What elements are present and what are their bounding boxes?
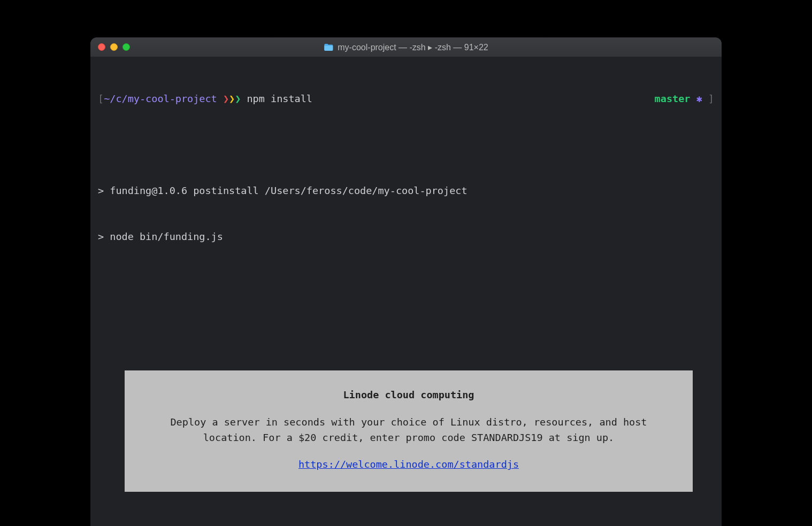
minimize-button[interactable] <box>110 43 118 51</box>
terminal-window: my-cool-project — -zsh ▸ -zsh — 91×22 [~… <box>90 37 722 526</box>
terminal-body[interactable]: [~/c/my-cool-project ❯❯❯ npm installmast… <box>90 57 722 526</box>
prompt-chevrons: ❯❯❯ <box>223 91 241 107</box>
output-line-2: > node bin/funding.js <box>98 229 714 245</box>
prompt-right-status: master ✱ ] <box>655 91 714 107</box>
traffic-lights <box>98 43 130 51</box>
ad-link[interactable]: https://welcome.linode.com/standardjs <box>298 459 519 470</box>
command-text: npm install <box>247 91 312 107</box>
prompt-path: ~/c/my-cool-project <box>104 91 217 107</box>
maximize-button[interactable] <box>122 43 130 51</box>
git-dirty-icon: ✱ <box>696 93 702 104</box>
window-title-text: my-cool-project — -zsh ▸ -zsh — 91×22 <box>338 42 488 52</box>
titlebar: my-cool-project — -zsh ▸ -zsh — 91×22 <box>90 37 722 57</box>
folder-icon <box>324 43 333 51</box>
funding-ad-box: Linode cloud computing Deploy a server i… <box>125 370 693 492</box>
ad-title: Linode cloud computing <box>146 388 671 403</box>
ad-body: Deploy a server in seconds with your cho… <box>146 415 671 445</box>
open-bracket: [ <box>98 91 104 107</box>
close-button[interactable] <box>98 43 105 51</box>
git-branch: master <box>655 93 691 104</box>
close-bracket: ] <box>708 93 714 104</box>
output-line-1: > funding@1.0.6 postinstall /Users/feros… <box>98 183 714 199</box>
prompt-line-1: [~/c/my-cool-project ❯❯❯ npm installmast… <box>98 91 714 107</box>
window-title: my-cool-project — -zsh ▸ -zsh — 91×22 <box>324 42 488 52</box>
